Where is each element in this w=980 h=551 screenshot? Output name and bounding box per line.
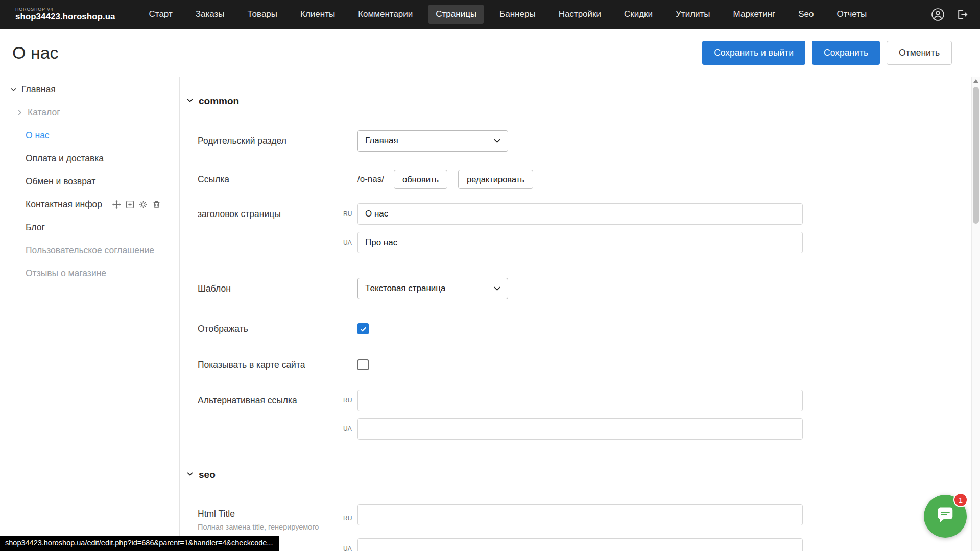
top-navbar: HOROSHOP V4 shop34423.horoshop.ua Старт … bbox=[0, 0, 980, 29]
tree-item-store-reviews[interactable]: Отзывы о магазине bbox=[0, 262, 179, 285]
field-label: Ссылка bbox=[198, 174, 357, 185]
field-label: заголовок страницы bbox=[198, 209, 343, 220]
chevron-down-icon bbox=[494, 286, 500, 291]
section-title: common bbox=[199, 95, 239, 107]
scrollbar-thumb[interactable] bbox=[973, 87, 979, 224]
main-menu: Старт Заказы Товары Клиенты Комментарии … bbox=[142, 5, 874, 24]
brand-logo[interactable]: HOROSHOP V4 shop34423.horoshop.ua bbox=[15, 7, 115, 22]
display-checkbox[interactable] bbox=[357, 323, 369, 334]
tree-item-actions bbox=[112, 200, 161, 209]
page-title-ru-input[interactable] bbox=[357, 203, 803, 225]
parent-section-select[interactable]: Главная bbox=[357, 130, 508, 152]
pages-tree-sidebar: Главная Каталог О нас Оплата и доставка … bbox=[0, 77, 180, 551]
delete-icon[interactable] bbox=[152, 200, 161, 209]
tree-item-catalog[interactable]: Каталог bbox=[0, 101, 179, 124]
tree-item-label: Блог bbox=[26, 222, 45, 233]
nav-item-banners[interactable]: Баннеры bbox=[492, 5, 543, 24]
nav-item-reports[interactable]: Отчеты bbox=[829, 5, 874, 24]
add-icon[interactable] bbox=[126, 200, 134, 209]
page-title-ua-row: UA bbox=[198, 232, 971, 253]
chevron-down-icon bbox=[186, 97, 194, 106]
save-button[interactable]: Сохранить bbox=[812, 41, 880, 65]
tree-item-label: Обмен и возврат bbox=[26, 176, 95, 187]
tree-item-label: Каталог bbox=[28, 107, 60, 118]
alt-link-ru-row: Альтернативная ссылка RU bbox=[198, 390, 971, 411]
nav-item-utilities[interactable]: Утилиты bbox=[668, 5, 718, 24]
tree-item-label: О нас bbox=[26, 130, 50, 141]
lang-tag-ua: UA bbox=[343, 239, 357, 246]
chevron-down-icon bbox=[494, 139, 500, 143]
section-common[interactable]: common bbox=[186, 95, 971, 107]
field-label: Родительский раздел bbox=[198, 136, 357, 147]
nav-item-seo[interactable]: Seo bbox=[791, 5, 821, 24]
sitemap-row: Показывать в карте сайта bbox=[198, 358, 971, 371]
chevron-down-icon[interactable] bbox=[10, 86, 17, 93]
link-path: /o-nas/ bbox=[357, 174, 384, 184]
tree-item-contact-info[interactable]: Контактная инфор bbox=[0, 193, 179, 216]
edit-link-button[interactable]: редактировать bbox=[458, 170, 533, 189]
tree-item-exchange-return[interactable]: Обмен и возврат bbox=[0, 170, 179, 193]
navbar-right bbox=[931, 8, 969, 21]
field-label-block: Html Title Полная замена title, генериру… bbox=[198, 504, 343, 531]
alt-link-ua-input[interactable] bbox=[357, 418, 803, 440]
parent-section-row: Родительский раздел Главная bbox=[198, 130, 971, 152]
tree-item-home[interactable]: Главная bbox=[0, 78, 179, 101]
page-header: О нас Сохранить и выйти Сохранить Отмени… bbox=[0, 29, 971, 77]
display-row: Отображать bbox=[198, 323, 971, 335]
tree-item-label: Пользовательское соглашение bbox=[26, 245, 154, 256]
nav-item-settings[interactable]: Настройки bbox=[552, 5, 608, 24]
alt-link-ru-input[interactable] bbox=[357, 390, 803, 411]
chat-widget-button[interactable]: 1 bbox=[924, 495, 967, 538]
page-title-ru-row: заголовок страницы RU bbox=[198, 203, 971, 225]
tree-item-about[interactable]: О нас bbox=[0, 124, 179, 147]
section-title: seo bbox=[199, 469, 216, 481]
scroll-up-icon[interactable] bbox=[972, 77, 980, 85]
nav-item-clients[interactable]: Клиенты bbox=[293, 5, 342, 24]
brand-domain: shop34423.horoshop.ua bbox=[15, 12, 115, 22]
page-title-ua-input[interactable] bbox=[357, 232, 803, 253]
page-edit-form: common Родительский раздел Главная Ссылк… bbox=[180, 77, 971, 551]
vertical-scrollbar[interactable] bbox=[971, 77, 980, 551]
html-title-ru-row: Html Title Полная замена title, генериру… bbox=[198, 504, 971, 531]
account-icon[interactable] bbox=[931, 8, 945, 21]
field-hint: Полная замена title, генерируемого bbox=[198, 523, 343, 531]
nav-item-products[interactable]: Товары bbox=[241, 5, 284, 24]
lang-tag-ua: UA bbox=[343, 425, 357, 433]
nav-item-orders[interactable]: Заказы bbox=[188, 5, 232, 24]
refresh-link-button[interactable]: обновить bbox=[394, 170, 447, 189]
lang-tag-ru: RU bbox=[343, 210, 357, 218]
html-title-ru-input[interactable] bbox=[357, 504, 803, 525]
tree-item-user-agreement[interactable]: Пользовательское соглашение bbox=[0, 239, 179, 262]
section-seo[interactable]: seo bbox=[186, 469, 971, 481]
move-icon[interactable] bbox=[112, 200, 121, 209]
status-url-tooltip: shop34423.horoshop.ua/edit/edit.php?id=6… bbox=[0, 536, 279, 551]
nav-item-comments[interactable]: Комментарии bbox=[351, 5, 420, 24]
selected-value: Текстовая страница bbox=[365, 283, 446, 294]
content-area: Главная Каталог О нас Оплата и доставка … bbox=[0, 77, 971, 551]
html-title-ua-input[interactable] bbox=[357, 538, 803, 551]
chevron-right-icon[interactable] bbox=[16, 109, 23, 116]
selected-value: Главная bbox=[365, 136, 398, 146]
template-select[interactable]: Текстовая страница bbox=[357, 278, 508, 299]
logout-icon[interactable] bbox=[956, 8, 969, 21]
nav-item-start[interactable]: Старт bbox=[142, 5, 180, 24]
nav-item-pages[interactable]: Страницы bbox=[428, 5, 484, 24]
nav-item-discounts[interactable]: Скидки bbox=[617, 5, 660, 24]
save-and-exit-button[interactable]: Сохранить и выйти bbox=[702, 41, 805, 65]
settings-icon[interactable] bbox=[139, 200, 148, 209]
template-row: Шаблон Текстовая страница bbox=[198, 278, 971, 299]
link-row: Ссылка /o-nas/ обновить редактировать bbox=[198, 170, 971, 189]
nav-item-marketing[interactable]: Маркетинг bbox=[726, 5, 783, 24]
field-label: Альтернативная ссылка bbox=[198, 395, 343, 406]
tree-item-label: Оплата и доставка bbox=[26, 153, 104, 164]
chat-unread-badge: 1 bbox=[953, 493, 968, 507]
tree-item-label: Отзывы о магазине bbox=[26, 268, 106, 279]
cancel-button[interactable]: Отменить bbox=[887, 41, 952, 65]
field-label: Отображать bbox=[198, 324, 357, 334]
lang-tag-ua: UA bbox=[343, 545, 357, 551]
sitemap-checkbox[interactable] bbox=[357, 359, 369, 370]
tree-item-payment-delivery[interactable]: Оплата и доставка bbox=[0, 147, 179, 170]
tree-item-blog[interactable]: Блог bbox=[0, 216, 179, 239]
alt-link-ua-row: UA bbox=[198, 418, 971, 440]
chat-bubble-icon bbox=[935, 505, 956, 528]
